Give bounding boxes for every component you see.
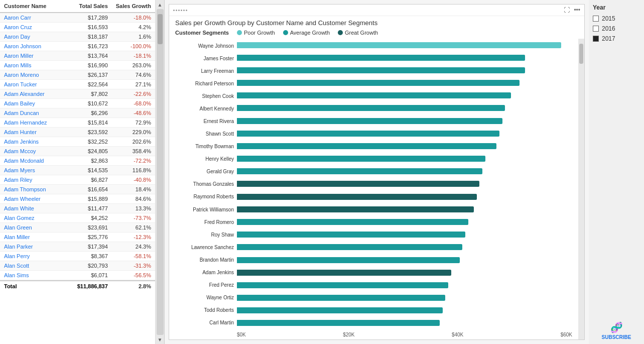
row-total-sales: $10,672 xyxy=(65,100,108,106)
subscribe-text[interactable]: SUBSCRIBE xyxy=(602,334,631,340)
y-axis-label: Fred Perez xyxy=(209,281,234,290)
row-total-sales: $20,793 xyxy=(65,263,108,269)
chart-bar xyxy=(237,244,462,250)
legend-dot xyxy=(237,30,242,35)
bar-row xyxy=(237,228,578,241)
table-row[interactable]: Alan Miller $25,776 -12.3% xyxy=(0,233,155,242)
row-total-sales: $15,889 xyxy=(65,196,108,202)
row-customer-name: Aaron Miller xyxy=(4,53,65,59)
row-customer-name: Adam Wheeler xyxy=(4,196,65,202)
legend-item: Poor Growth xyxy=(237,30,275,36)
year-checkbox[interactable] xyxy=(593,36,599,42)
row-total-sales: $16,723 xyxy=(65,43,108,49)
table-row[interactable]: Adam Alexander $7,802 -22.6% xyxy=(0,89,155,99)
bar-row xyxy=(237,114,578,127)
row-sales-growth: -68.0% xyxy=(108,100,151,106)
y-axis-label: Carl Martin xyxy=(209,318,234,327)
row-customer-name: Aaron Carr xyxy=(4,15,65,21)
row-total-sales: $13,764 xyxy=(65,53,108,59)
row-total-sales: $2,863 xyxy=(65,158,108,164)
table-row[interactable]: Adam Jenkins $32,252 202.6% xyxy=(0,137,155,147)
bar-rows xyxy=(237,39,578,329)
y-axis-label: Roy Shaw xyxy=(211,231,234,240)
row-total-sales: $25,776 xyxy=(65,234,108,240)
table-row[interactable]: Adam Thompson $16,654 18.4% xyxy=(0,185,155,194)
row-customer-name: Alan Sims xyxy=(4,272,65,278)
table-row[interactable]: Adam Duncan $6,296 -48.6% xyxy=(0,108,155,118)
table-row[interactable]: Adam Myers $14,535 116.8% xyxy=(0,166,155,175)
year-filter-item[interactable]: 2016 xyxy=(593,25,640,32)
drag-handle[interactable] xyxy=(173,10,187,11)
table-row[interactable]: Adam Bailey $10,672 -68.0% xyxy=(0,99,155,108)
row-sales-growth: -18.0% xyxy=(108,15,151,21)
table-row[interactable]: Alan Parker $17,394 24.3% xyxy=(0,242,155,252)
bar-row xyxy=(237,39,578,51)
chart-right-scrollbar[interactable] xyxy=(578,39,584,339)
table-row[interactable]: Alan Gomez $4,252 -73.7% xyxy=(0,213,155,223)
chart-bar xyxy=(237,92,511,98)
table-row[interactable]: Adam Mccoy $24,805 358.4% xyxy=(0,147,155,156)
row-customer-name: Aaron Moreno xyxy=(4,72,65,78)
x-axis-label: $60K xyxy=(561,332,572,337)
customer-table[interactable]: Customer Name Total Sales Sales Growth A… xyxy=(0,0,156,344)
row-customer-name: Adam Myers xyxy=(4,167,65,173)
row-customer-name: Alan Miller xyxy=(4,234,65,240)
table-row[interactable]: Alan Perry $8,367 -58.1% xyxy=(0,252,155,261)
row-sales-growth: -40.8% xyxy=(108,177,151,183)
row-customer-name: Adam Hernandez xyxy=(4,120,65,126)
chart-scroll-thumb[interactable] xyxy=(579,44,583,64)
table-row[interactable]: Adam Hernandez $15,814 72.9% xyxy=(0,118,155,128)
legend-label: Customer Segments xyxy=(175,30,229,36)
header-sales-growth: Sales Growth xyxy=(108,3,151,9)
table-row[interactable]: Adam White $11,477 13.3% xyxy=(0,204,155,213)
row-total-sales: $14,535 xyxy=(65,167,108,173)
chart-bar xyxy=(237,67,525,73)
chart-bar xyxy=(237,156,485,162)
table-row[interactable]: Aaron Carr $17,289 -18.0% xyxy=(0,13,155,23)
y-axis-label: Fred Romero xyxy=(204,218,234,227)
chart-bar xyxy=(237,168,482,174)
year-label: 2015 xyxy=(602,15,615,22)
year-checkbox[interactable] xyxy=(593,16,599,22)
expand-icon[interactable]: ⛶ xyxy=(564,7,570,14)
table-row[interactable]: Adam Wheeler $15,889 84.6% xyxy=(0,194,155,204)
chart-bar xyxy=(237,105,505,111)
y-axis-label: Larry Freeman xyxy=(201,67,234,76)
table-row[interactable]: Alan Green $23,691 62.1% xyxy=(0,223,155,233)
year-filter-item[interactable]: 2015 xyxy=(593,15,640,22)
y-axis-label: Richard Peterson xyxy=(195,79,234,88)
bars-area: $0K$20K$40K$60K xyxy=(237,39,578,339)
scroll-track[interactable] xyxy=(157,9,164,335)
table-row[interactable]: Adam Hunter $23,592 229.0% xyxy=(0,128,155,137)
row-total-sales: $11,477 xyxy=(65,205,108,211)
table-row[interactable]: Aaron Miller $13,764 -18.1% xyxy=(0,51,155,61)
drag-dot-3 xyxy=(178,10,180,11)
bar-row xyxy=(237,165,578,178)
row-customer-name: Alan Gomez xyxy=(4,215,65,221)
legend-items: Poor Growth Average Growth Great Growth xyxy=(237,30,378,36)
table-row[interactable]: Alan Scott $20,793 -31.3% xyxy=(0,261,155,271)
table-row[interactable]: Aaron Johnson $16,723 -100.0% xyxy=(0,42,155,51)
bar-row xyxy=(237,254,578,266)
table-row[interactable]: Aaron Day $18,187 1.6% xyxy=(0,32,155,42)
year-filter-item[interactable]: 2017 xyxy=(593,35,640,42)
bar-row xyxy=(237,178,578,190)
table-row[interactable]: Adam Riley $6,827 -40.8% xyxy=(0,175,155,185)
row-total-sales: $16,654 xyxy=(65,186,108,192)
legend-item-label: Average Growth xyxy=(290,30,330,36)
scroll-up-arrow[interactable]: ▲ xyxy=(157,1,164,8)
more-options-icon[interactable]: ••• xyxy=(574,7,580,14)
table-scrollbar[interactable]: ▲ ▼ xyxy=(156,0,165,344)
table-row[interactable]: Adam Mcdonald $2,863 -72.2% xyxy=(0,156,155,166)
table-row[interactable]: Aaron Mills $16,990 263.0% xyxy=(0,61,155,70)
scroll-down-arrow[interactable]: ▼ xyxy=(157,336,164,343)
scroll-thumb[interactable] xyxy=(158,14,163,44)
year-checkbox[interactable] xyxy=(593,26,599,32)
table-row[interactable]: Aaron Cruz $16,593 4.2% xyxy=(0,23,155,32)
table-row[interactable]: Aaron Moreno $26,137 74.6% xyxy=(0,70,155,80)
y-axis-label: Henry Kelley xyxy=(205,155,234,164)
table-row[interactable]: Alan Sims $6,071 -56.5% xyxy=(0,271,155,280)
total-sales: $11,886,837 xyxy=(65,283,108,289)
table-row[interactable]: Aaron Tucker $22,564 27.1% xyxy=(0,80,155,89)
row-sales-growth: 4.2% xyxy=(108,24,151,30)
